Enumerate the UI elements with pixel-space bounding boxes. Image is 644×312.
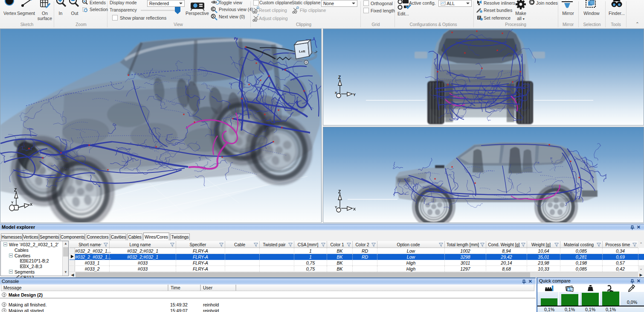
svg-text:Z: Z — [338, 190, 341, 194]
svg-text:Z: Z — [338, 75, 341, 80]
svg-text:X: X — [353, 207, 356, 211]
svg-text:X: X — [335, 91, 337, 95]
svg-text:Y: Y — [335, 205, 337, 209]
svg-text:X: X — [30, 202, 32, 207]
svg-text:Left: Left — [299, 50, 305, 53]
svg-text:Y: Y — [353, 93, 356, 97]
svg-text:Y: Y — [11, 201, 14, 204]
svg-text:Z: Z — [14, 188, 17, 192]
